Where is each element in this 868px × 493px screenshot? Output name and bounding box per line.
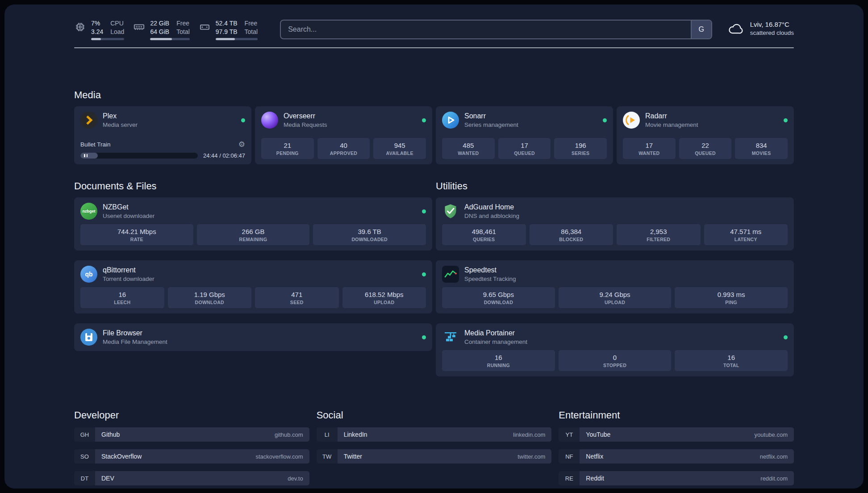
stat-box: 0 STOPPED <box>559 350 672 371</box>
service-card-portainer[interactable]: Media Portainer Container management 16 … <box>436 323 794 376</box>
section-title-social: Social <box>317 409 552 421</box>
memory-free-label: Free <box>176 20 190 27</box>
stat-box: 17 WANTED <box>623 138 676 159</box>
stat-label: PING <box>676 300 786 305</box>
service-card-qbittorrent[interactable]: qb qBittorrent Torrent downloader 16 <box>74 260 432 313</box>
stat-box: 196 SERIES <box>554 138 607 159</box>
bookmark-github[interactable]: GH Github github.com <box>74 427 309 442</box>
status-dot <box>422 335 426 339</box>
bookmark-reddit[interactable]: RE Reddit reddit.com <box>559 471 794 485</box>
stat-label: LEECH <box>82 300 163 305</box>
service-card-radarr[interactable]: Radarr Movie management 17 WANTED 22 QUE… <box>617 106 794 164</box>
service-name: AdGuard Home <box>464 203 519 211</box>
stat-box: 16 LEECH <box>80 287 164 308</box>
service-card-sonarr[interactable]: Sonarr Series management 485 WANTED 17 Q… <box>436 106 613 164</box>
stat-label: FILTERED <box>618 237 699 242</box>
service-card-speedtest[interactable]: Speedtest Speedtest Tracking 9.65 Gbps D… <box>436 260 794 313</box>
stat-value: 0.993 ms <box>676 291 786 298</box>
bookmark-youtube[interactable]: YT YouTube youtube.com <box>559 427 794 442</box>
cpu-load-label: Load <box>110 28 124 35</box>
search-bar: G <box>280 20 712 39</box>
sonarr-icon <box>442 112 459 129</box>
stat-value: 40 <box>319 142 368 149</box>
stat-value: 266 GB <box>199 228 308 235</box>
bookmark-dev[interactable]: DT DEV dev.to <box>74 471 309 485</box>
bookmark-abbr: TW <box>317 449 338 464</box>
bookmark-abbr: YT <box>559 427 580 442</box>
search-provider-button[interactable]: G <box>691 21 711 38</box>
nzbget-icon: nzbget <box>80 203 97 220</box>
playback-time: 24:44 / 02:06:47 <box>203 152 245 159</box>
status-dot <box>241 118 245 122</box>
cpu-icon <box>74 21 86 33</box>
bookmark-twitter[interactable]: TW Twitter twitter.com <box>317 449 552 464</box>
service-description: Usenet downloader <box>103 213 154 219</box>
bookmark-stackoverflow[interactable]: SO StackOverflow stackoverflow.com <box>74 449 309 464</box>
stat-box: 39.6 TB DOWNLOADED <box>313 224 426 245</box>
bookmark-domain: youtube.com <box>755 431 788 438</box>
stat-label: RUNNING <box>444 363 553 368</box>
status-dot <box>784 335 788 339</box>
search-input[interactable] <box>280 20 712 39</box>
bookmark-abbr: GH <box>74 427 95 442</box>
bookmark-name: Netflix <box>586 453 603 460</box>
service-description: Media File Management <box>103 338 167 345</box>
plex-icon <box>80 112 97 129</box>
bookmark-abbr: RE <box>559 471 580 485</box>
topbar-divider <box>74 47 794 48</box>
service-card-plex[interactable]: Plex Media server Bullet Train ⚙ <box>74 106 251 164</box>
stat-box: 744.21 Mbps RATE <box>80 224 193 245</box>
service-description: Torrent downloader <box>103 276 154 282</box>
bookmark-domain: github.com <box>275 431 303 438</box>
stat-label: SERIES <box>556 150 605 156</box>
disk-total-label: Total <box>245 28 258 35</box>
service-description: Movie management <box>645 121 698 128</box>
service-card-nzbget[interactable]: nzbget NZBGet Usenet downloader 744.21 M… <box>74 197 432 251</box>
bookmark-name: StackOverflow <box>101 453 142 460</box>
stat-box: 1.19 Gbps DOWNLOAD <box>168 287 252 308</box>
stat-label: UPLOAD <box>560 300 670 305</box>
service-description: Series management <box>464 121 518 128</box>
service-card-adguard[interactable]: AdGuard Home DNS and adblocking 498,461 … <box>436 197 794 251</box>
stat-box: 86,384 BLOCKED <box>530 224 613 245</box>
stat-value: 485 <box>444 142 493 149</box>
bookmark-domain: dev.to <box>288 475 303 482</box>
bookmark-netflix[interactable]: NF Netflix netflix.com <box>559 449 794 464</box>
stat-value: 945 <box>375 142 424 149</box>
service-description: Container management <box>464 338 527 345</box>
section-title-utilities: Utilities <box>436 180 794 192</box>
stat-box: 9.65 Gbps DOWNLOAD <box>442 287 555 308</box>
radarr-icon <box>623 112 640 129</box>
pause-icon[interactable] <box>84 154 88 157</box>
bookmark-name: Reddit <box>586 475 604 482</box>
stat-box: 2,953 FILTERED <box>617 224 701 245</box>
status-dot <box>422 272 426 276</box>
service-card-filebrowser[interactable]: File Browser Media File Management <box>74 323 432 351</box>
stat-value: 17 <box>625 142 674 149</box>
stat-value: 9.24 Gbps <box>560 291 670 298</box>
stat-box: 618.52 Mbps UPLOAD <box>342 287 426 308</box>
bookmark-abbr: SO <box>74 449 95 464</box>
bookmark-linkedin[interactable]: LI LinkedIn linkedin.com <box>317 427 552 442</box>
seek-bar[interactable] <box>80 153 198 159</box>
cpu-usage-bar <box>91 38 124 40</box>
service-name: Plex <box>103 112 138 120</box>
service-card-overseerr[interactable]: Overseerr Media Requests 21 PENDING 40 A… <box>255 106 432 164</box>
service-name: Sonarr <box>464 112 518 120</box>
stat-box: 266 GB REMAINING <box>197 224 310 245</box>
stat-value: 618.52 Mbps <box>344 291 425 298</box>
stat-box: 17 QUEUED <box>498 138 551 159</box>
disk-free-value: 52.4 TB <box>216 20 238 27</box>
gear-icon[interactable]: ⚙ <box>238 141 245 148</box>
service-description: Media Requests <box>284 121 327 128</box>
top-bar: 7% 3.24 CPU Load <box>74 20 794 40</box>
disk-usage-bar <box>216 38 258 40</box>
bookmark-abbr: DT <box>74 471 95 485</box>
stat-label: DOWNLOAD <box>170 300 250 305</box>
stat-value: 17 <box>500 142 549 149</box>
speedtest-icon <box>442 266 459 283</box>
stat-label: STOPPED <box>560 363 670 368</box>
service-name: qBittorrent <box>103 266 154 274</box>
service-description: DNS and adblocking <box>464 213 519 219</box>
bookmark-name: Github <box>101 431 120 438</box>
